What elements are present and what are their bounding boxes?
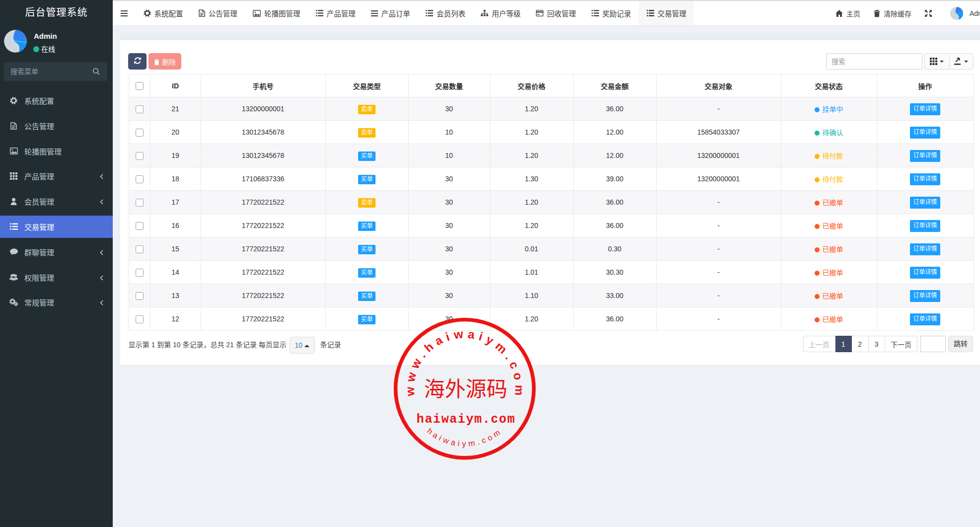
svg-text:海外源码: 海外源码 (424, 378, 508, 401)
svg-text:haiwaiym.com: haiwaiym.com (426, 427, 504, 448)
svg-text:haiwaiym.com: haiwaiym.com (417, 412, 516, 427)
